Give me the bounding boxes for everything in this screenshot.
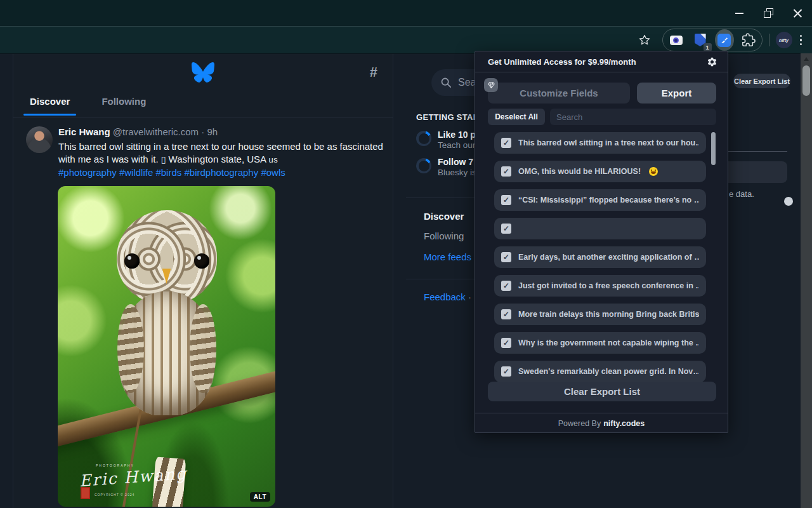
post-author-name[interactable]: Eric Hwang [58, 126, 110, 137]
post-image-owl[interactable]: PHOTOGRAPHY Eric Hwang COPYRIGHT © 2024 … [58, 186, 275, 507]
list-item[interactable]: ✓ Early days, but another exciting appli… [494, 246, 706, 268]
list-item[interactable]: ✓ More train delays this morning Bring b… [494, 304, 706, 325]
export-items-list[interactable]: ✓ This barred owl sitting in a tree next… [488, 131, 716, 382]
photographer-watermark-top: PHOTOGRAPHY [96, 464, 134, 467]
shield-extension-button[interactable]: 1 [691, 30, 710, 50]
owl-wing [190, 304, 216, 393]
popup-list-scrollbar[interactable] [711, 132, 716, 165]
post-hashtags[interactable]: #photography #wildlife #birds #birdphoto… [58, 167, 285, 178]
nifty-extension-button[interactable] [715, 30, 734, 50]
list-item-label: Early days, but another exciting applica… [518, 253, 699, 262]
camera-extension-button[interactable] [667, 30, 686, 50]
browser-toolbar: 1 nifty [0, 26, 812, 53]
checkbox-checked[interactable]: ✓ [501, 195, 511, 205]
list-item[interactable]: ✓ Just got invited to a free speech conf… [494, 275, 706, 297]
us-flag-fallback: us [268, 155, 278, 164]
tab-following[interactable]: Following [95, 91, 152, 117]
list-item-label: “CSI: Mississippi” flopped because there… [518, 196, 699, 204]
export-button[interactable]: Export [637, 83, 716, 104]
deselect-all-button[interactable]: Deselect All [488, 109, 545, 125]
post-body: This barred owl sitting in a tree next t… [58, 140, 384, 179]
minimize-button[interactable] [724, 0, 754, 26]
browser-window: 1 nifty # Discove [0, 0, 812, 508]
list-item[interactable]: ✓ OMG, this would be HILARIOUS! [494, 161, 706, 182]
gear-icon[interactable] [707, 57, 717, 67]
bookmark-star-icon [638, 34, 651, 46]
feed-tabbar: Discover Following [13, 91, 393, 117]
checkbox-checked[interactable]: ✓ [501, 309, 511, 319]
checkbox-checked[interactable]: ✓ [501, 338, 511, 348]
extension-popup: Get Unlimited Access for $9.99/month Cus… [475, 51, 728, 433]
restore-icon [765, 10, 772, 17]
tab-discover[interactable]: Discover [23, 91, 76, 117]
close-button[interactable] [783, 0, 812, 26]
sidebar-nav-following[interactable]: Following [424, 231, 464, 241]
puzzle-extensions-icon [742, 33, 756, 47]
extensions-pill: 1 [662, 29, 763, 51]
list-item[interactable]: ✓ This barred owl sitting in a tree next… [494, 132, 706, 154]
popup-search-input[interactable] [550, 109, 716, 125]
premium-gem-badge [484, 78, 498, 92]
owl-graphic [103, 210, 230, 426]
checkbox-checked[interactable]: ✓ [501, 224, 511, 234]
checkbox-checked[interactable]: ✓ [501, 166, 511, 177]
post-name-row: Eric Hwang @travelwitheric.com · 9h [58, 126, 388, 137]
post-author-avatar[interactable] [26, 126, 53, 153]
red-seal-stamp [81, 487, 90, 499]
bluesky-main-column: # Discover Following Eric Hwang @travelw… [13, 54, 393, 508]
fragment-input[interactable] [723, 161, 787, 183]
upgrade-link[interactable]: Get Unlimited Access for $9.99/month [488, 57, 707, 67]
alt-badge[interactable]: ALT [250, 492, 270, 502]
sidebar-nav-more-feeds[interactable]: More feeds [424, 251, 471, 262]
feedback-link[interactable]: Feedback [424, 291, 466, 302]
brand-link[interactable]: nifty.codes [603, 419, 645, 428]
list-item-label: Sweden's remarkably clean power grid. In… [518, 367, 699, 376]
title-bar [0, 0, 812, 26]
sidebar-nav-discover[interactable]: Discover [424, 211, 464, 222]
fragment-partial-text: e data. [729, 189, 754, 199]
list-item[interactable]: ✓ Sweden's remarkably clean power grid. … [494, 361, 706, 382]
scrollbar-thumb[interactable] [802, 65, 810, 96]
list-item-label: Why is the government not capable wiping… [518, 338, 699, 347]
feeds-hash-icon[interactable]: # [370, 64, 377, 81]
scroll-up-arrow-icon[interactable] [804, 57, 809, 61]
close-icon [793, 8, 802, 18]
toolbar-divider [769, 34, 769, 46]
list-item-label: This barred owl sitting in a tree next t… [518, 138, 699, 147]
post-author-handle[interactable]: @travelwitheric.com [113, 126, 199, 137]
checkbox-checked[interactable]: ✓ [501, 138, 511, 148]
list-item-label: OMG, this would be HILARIOUS! [518, 167, 641, 176]
powered-by-text: Powered By [558, 419, 601, 428]
list-item-label: Just got invited to a free speech confer… [518, 281, 699, 290]
extensions-menu-button[interactable] [739, 30, 758, 50]
owl-eye [194, 253, 209, 269]
sidebar-feedback-row: Feedback · [424, 291, 471, 302]
browser-scrollbar[interactable] [801, 53, 812, 508]
owl-eye [124, 253, 140, 269]
progress-ring-icon [416, 158, 431, 173]
kebab-menu-icon[interactable] [800, 35, 802, 46]
clear-export-list-button[interactable]: Clear Export List [488, 382, 716, 401]
restore-window-button[interactable] [754, 0, 783, 26]
list-item[interactable]: ✓ Why is the government not capable wipi… [494, 332, 706, 354]
progress-ring-icon [416, 131, 431, 146]
page-clear-export-pill[interactable]: Clear Export List [733, 74, 790, 88]
bookmark-button[interactable] [633, 29, 656, 51]
post-timestamp: · 9h [201, 126, 218, 137]
active-extension-highlight [715, 29, 734, 51]
checkbox-checked[interactable]: ✓ [501, 366, 511, 377]
customize-fields-button[interactable]: Customize Fields [488, 83, 630, 104]
checkbox-checked[interactable]: ✓ [501, 281, 511, 291]
owl-wing [117, 304, 144, 393]
profile-avatar[interactable]: nifty [776, 32, 792, 48]
bluesky-butterfly-logo[interactable] [192, 62, 214, 83]
post-location-text: Washington state, USA [169, 154, 266, 164]
nifty-brush-extension-icon [717, 34, 731, 47]
checkbox-checked[interactable]: ✓ [501, 252, 511, 262]
gem-icon [487, 81, 495, 90]
list-item[interactable]: ✓ “CSI: Mississippi” flopped because the… [494, 189, 706, 211]
fragment-divider [728, 151, 787, 152]
bluesky-header: # [13, 54, 393, 91]
fragment-dot [784, 197, 793, 206]
list-item[interactable]: ✓ [494, 218, 706, 239]
